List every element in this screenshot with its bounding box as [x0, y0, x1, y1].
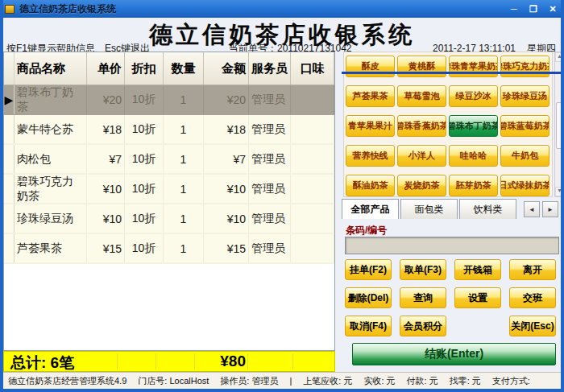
cell-quantity: 1: [164, 175, 204, 204]
product-button[interactable]: 小洋人: [397, 145, 446, 167]
row-gutter: [4, 145, 15, 173]
product-button-selected[interactable]: 碧珠布丁奶茶: [449, 115, 498, 137]
status-change: 找零: 元: [450, 375, 481, 387]
col-amount: 金额: [204, 52, 249, 85]
cell-unit-price: ¥20: [87, 85, 125, 114]
table-row[interactable]: 珍珠绿豆汤 ¥10 10折 1 ¥10 管理员: [4, 204, 334, 234]
query-button[interactable]: 查询: [400, 287, 446, 308]
cell-discount: 10折: [125, 145, 164, 173]
tab-drinks[interactable]: 饮料类: [459, 199, 516, 219]
table-row[interactable]: 蒙牛特仑苏 ¥18 10折 1 ¥18 管理员: [4, 115, 334, 145]
cell-amount: ¥15: [204, 234, 249, 262]
shift-change-button[interactable]: 交班: [509, 287, 556, 308]
product-button[interactable]: 胚芽奶茶: [449, 175, 498, 196]
cell-product-name: 蒙牛特仑苏: [15, 115, 87, 143]
product-button[interactable]: 哇哈哈: [449, 145, 498, 167]
cell-flavor: [291, 175, 334, 204]
titlebar: 德立信奶茶店收银系统 ─ ❐ ✕: [0, 0, 564, 18]
cell-amount: ¥20: [204, 85, 249, 114]
cell-discount: 10折: [125, 115, 164, 143]
cell-quantity: 1: [164, 145, 204, 173]
product-button[interactable]: 青苹果果汁: [346, 115, 395, 137]
leave-button[interactable]: 离开: [509, 259, 556, 280]
total-amount: ¥80: [157, 353, 246, 370]
tab-bread[interactable]: 面包类: [400, 199, 458, 219]
cell-flavor: [291, 234, 334, 262]
app-icon: [5, 5, 15, 14]
cell-product-name: 肉松包: [15, 145, 87, 173]
divider: [247, 353, 248, 369]
cell-server: 管理员: [249, 234, 291, 262]
scrollbar-thumb[interactable]: [556, 102, 563, 149]
cell-flavor: [291, 115, 334, 143]
cell-unit-price: ¥7: [87, 145, 125, 173]
cell-discount: 10折: [125, 85, 164, 114]
delete-button[interactable]: 删除(Del): [345, 287, 392, 308]
product-button[interactable]: 碧珠蓝莓奶茶: [500, 115, 549, 137]
minimize-icon[interactable]: ─: [508, 4, 520, 14]
cell-flavor: [291, 204, 334, 233]
close-esc-button[interactable]: 关闭(Esc): [509, 316, 556, 336]
col-flavor: 口味: [291, 52, 334, 85]
table-row[interactable]: 碧珠巧克力奶茶 ¥10 10折 1 ¥10 管理员: [4, 175, 334, 204]
col-product-name: 商品名称: [15, 52, 87, 85]
status-app-version: 德立信奶茶店经营管理系统4.9: [8, 375, 126, 387]
col-unit-price: 单价: [87, 52, 125, 85]
table-row[interactable]: 肉松包 ¥7 10折 1 ¥7 管理员: [4, 145, 334, 175]
cell-flavor: [291, 85, 334, 114]
cell-amount: ¥10: [204, 204, 249, 233]
product-button[interactable]: 绿豆沙冰: [449, 85, 498, 107]
total-bar: 总计: 6笔 ¥80: [3, 351, 335, 372]
col-discount: 折扣: [125, 52, 164, 85]
cell-quantity: 1: [164, 85, 204, 114]
cell-unit-price: ¥10: [87, 204, 125, 233]
cell-product-name: 芦荟果茶: [15, 234, 87, 262]
status-prev-due: 上笔应收: 元: [303, 375, 352, 387]
cell-product-name: 珍珠绿豆汤: [15, 204, 87, 233]
cell-discount: 10折: [125, 234, 164, 262]
row-gutter: [4, 115, 15, 143]
member-points-button[interactable]: 会员积分: [400, 316, 446, 336]
cell-quantity: 1: [164, 115, 204, 143]
cell-discount: 10折: [125, 175, 164, 204]
product-button[interactable]: 酥油奶茶: [346, 175, 395, 196]
product-button[interactable]: 炭烧奶茶: [397, 175, 446, 196]
product-button[interactable]: 珍珠绿豆汤: [500, 85, 549, 107]
close-icon[interactable]: ✕: [546, 4, 559, 14]
cell-server: 管理员: [249, 204, 291, 233]
retrieve-order-button[interactable]: 取单(F3): [400, 259, 446, 280]
cell-unit-price: ¥18: [87, 115, 125, 143]
status-store-id: 门店号: LocalHost: [138, 375, 209, 387]
product-button[interactable]: 营养快线: [346, 145, 395, 167]
col-quantity: 数量: [164, 52, 204, 85]
product-button[interactable]: 草莓雪泡: [397, 85, 446, 107]
status-received: 实收: 元: [363, 375, 395, 387]
tab-next-icon[interactable]: ►: [542, 201, 558, 217]
hold-order-button[interactable]: 挂单(F2): [345, 259, 392, 280]
divider: [117, 353, 118, 369]
scroll-down-icon[interactable]: ▼: [555, 187, 564, 196]
cancel-button[interactable]: 取消(F4): [345, 316, 392, 336]
tab-all-products[interactable]: 全部产品: [342, 199, 399, 219]
table-row[interactable]: ▶ 碧珠布丁奶茶 ¥20 10折 1 ¥20 管理员: [4, 85, 334, 115]
product-button[interactable]: 碧珠香蕉奶茶: [397, 115, 446, 137]
maximize-icon[interactable]: ❐: [527, 4, 540, 14]
scroll-up-icon[interactable]: ▲: [555, 52, 564, 62]
table-row[interactable]: 芦荟果茶 ¥15 10折 1 ¥15 管理员: [4, 234, 334, 264]
checkout-button[interactable]: 结账(Enter): [352, 343, 556, 365]
cell-server: 管理员: [249, 175, 291, 204]
cell-flavor: [291, 145, 334, 173]
open-drawer-button[interactable]: 开钱箱: [454, 259, 501, 280]
right-panel: 酥皮 黄桃酥 碧珠青苹果奶茶 碧珠巧克力奶茶 芦荟果茶 草莓雪泡 绿豆沙冰 珍珠…: [342, 52, 564, 372]
settings-button[interactable]: 设置: [454, 287, 501, 308]
status-pay-method: 支付方式:: [492, 375, 530, 387]
product-button[interactable]: 牛奶包: [500, 145, 549, 167]
product-button[interactable]: 日式绿抹奶茶: [500, 175, 549, 196]
tab-prev-icon[interactable]: ◄: [524, 201, 540, 217]
header-gutter: [4, 52, 15, 85]
cell-amount: ¥7: [204, 145, 249, 173]
product-button[interactable]: 芦荟果茶: [346, 85, 395, 107]
barcode-input[interactable]: [345, 237, 559, 254]
row-gutter: [4, 175, 15, 204]
window-title: 德立信奶茶店收银系统: [19, 2, 116, 16]
